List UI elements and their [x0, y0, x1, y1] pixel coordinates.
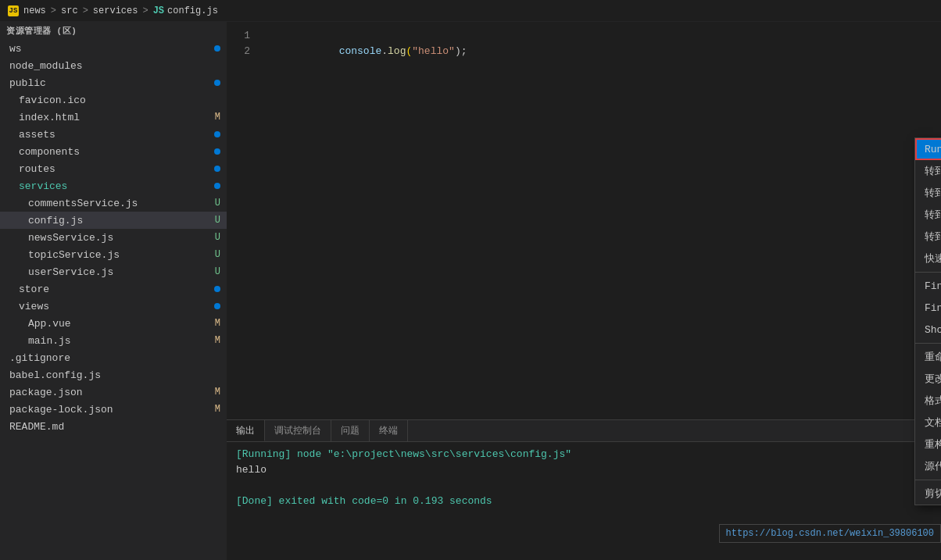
breadcrumb-js-label: JS: [153, 5, 164, 16]
breadcrumb-services[interactable]: services: [93, 5, 138, 16]
sidebar-item-user-service[interactable]: userService.js U: [0, 263, 227, 280]
dot-ws: [214, 45, 220, 52]
sidebar-item-components[interactable]: components: [0, 143, 227, 160]
menu-item-run-code[interactable]: Run Code Ctrl+Alt+I: [915, 138, 941, 160]
menu-item-goto-ref[interactable]: 转到引用 Shift+F1: [915, 226, 941, 248]
editor-area: 1 2 console.log("hello"); 输出 调试控制台 问题 终端: [227, 22, 941, 560]
sidebar-item-news-service[interactable]: newsService.js U: [0, 229, 227, 246]
editor-content[interactable]: 1 2 console.log("hello");: [227, 22, 941, 419]
context-menu: Run Code Ctrl+Alt+I 转到定义 F1 转到类型定义 转到实现 …: [914, 137, 941, 505]
menu-item-goto-impl[interactable]: 转到实现 Ctrl+F1: [915, 204, 941, 226]
sidebar-item-comments-service[interactable]: commentsService.js U: [0, 194, 227, 212]
menu-item-format-doc[interactable]: 格式化文档 Shift+Alt+I: [915, 390, 941, 412]
menu-item-goto-def[interactable]: 转到定义 F1: [915, 160, 941, 182]
sidebar-item-views[interactable]: views: [0, 298, 227, 315]
menu-label-run-code: Run Code: [925, 144, 941, 155]
sidebar-item-main-js[interactable]: main.js M: [0, 332, 227, 349]
menu-item-change-all[interactable]: 更改所有匹配项 Ctrl+F: [915, 368, 941, 390]
explorer-header: 资源管理器 (区): [0, 22, 227, 40]
sidebar-item-favicon[interactable]: favicon.ico: [0, 91, 227, 109]
panel-tabs: 输出 调试控制台 问题 终端: [227, 420, 941, 442]
menu-item-format-sel[interactable]: 文档格式设置方式...: [915, 412, 941, 433]
breadcrumb-sep-1: >: [51, 5, 56, 16]
sidebar-item-services[interactable]: services: [0, 177, 227, 194]
sidebar-item-index-html[interactable]: index.html M: [0, 109, 227, 126]
tab-debug-console[interactable]: 调试控制台: [265, 420, 331, 441]
output-done-line: [Done] exited with code=0 in 0.193 secon…: [236, 494, 932, 509]
sidebar-item-topic-service[interactable]: topicService.js U: [0, 246, 227, 263]
breadcrumb-file[interactable]: config.js: [167, 5, 218, 16]
sidebar-item-package-json[interactable]: package.json M: [0, 383, 227, 401]
breadcrumb-sep-3: >: [142, 5, 148, 16]
main-layout: 资源管理器 (区) ws node_modules public favicon…: [0, 22, 941, 560]
code-area: 1 2 console.log("hello");: [227, 22, 941, 419]
menu-item-rename[interactable]: 重命名符号 F: [915, 346, 941, 368]
output-running-line: [Running] node "e:\project\news\src\serv…: [236, 447, 932, 462]
menu-sep-2: [915, 343, 941, 344]
badge-m-index: M: [215, 112, 220, 123]
menu-item-quick-view[interactable]: 快速查看: [915, 248, 941, 269]
sidebar-item-readme[interactable]: README.md: [0, 418, 227, 435]
menu-item-cut[interactable]: 剪切 Ctrl+I: [915, 483, 941, 505]
breadcrumb-bar: JS news > src > services > JS config.js: [0, 0, 941, 22]
code-lines: console.log("hello");: [258, 28, 941, 413]
sidebar-item-ws[interactable]: ws: [0, 40, 227, 57]
menu-sep-1: [915, 272, 941, 273]
output-hello-line: hello: [236, 462, 932, 478]
sidebar-item-assets[interactable]: assets: [0, 126, 227, 143]
sidebar-item-node-modules[interactable]: node_modules: [0, 57, 227, 74]
tab-problems[interactable]: 问题: [331, 420, 370, 441]
sidebar-item-store[interactable]: store: [0, 280, 227, 298]
menu-sep-3: [915, 480, 941, 480]
sidebar-item-babel-config[interactable]: babel.config.js: [0, 366, 227, 383]
menu-item-source-action[interactable]: 源代码操作...: [915, 455, 941, 477]
breadcrumb-news[interactable]: news: [23, 5, 46, 16]
dot-public: [214, 80, 220, 86]
sidebar-item-routes[interactable]: routes: [0, 160, 227, 177]
sidebar-item-config-js[interactable]: config.js U: [0, 212, 227, 229]
menu-item-refactor[interactable]: 重构... Ctrl+Shift+I: [915, 433, 941, 455]
output-empty-line: [236, 478, 932, 494]
tab-output[interactable]: 输出: [227, 420, 265, 441]
file-icon: JS: [8, 5, 19, 16]
csdn-tooltip: https://blog.csdn.net/weixin_39806100: [719, 524, 941, 543]
line-numbers: 1 2: [227, 28, 258, 413]
breadcrumb-sep-2: >: [83, 5, 88, 16]
sidebar-item-app-vue[interactable]: App.vue M: [0, 315, 227, 332]
menu-item-find-impls[interactable]: Find All Implementations: [915, 297, 941, 319]
sidebar-item-public[interactable]: public: [0, 74, 227, 91]
menu-item-goto-type[interactable]: 转到类型定义: [915, 182, 941, 204]
tab-terminal[interactable]: 终端: [370, 420, 408, 441]
file-explorer: 资源管理器 (区) ws node_modules public favicon…: [0, 22, 227, 560]
sidebar-item-package-lock[interactable]: package-lock.json M: [0, 401, 227, 418]
sidebar-item-gitignore[interactable]: .gitignore: [0, 349, 227, 366]
menu-item-call-hierarchy[interactable]: Show Call Hierarchy Shift+Alt+I: [915, 319, 941, 341]
code-line-1: console.log("hello");: [266, 28, 941, 44]
breadcrumb-src[interactable]: src: [61, 5, 78, 16]
menu-item-find-refs[interactable]: Find All References Shift+Alt+F1: [915, 275, 941, 297]
